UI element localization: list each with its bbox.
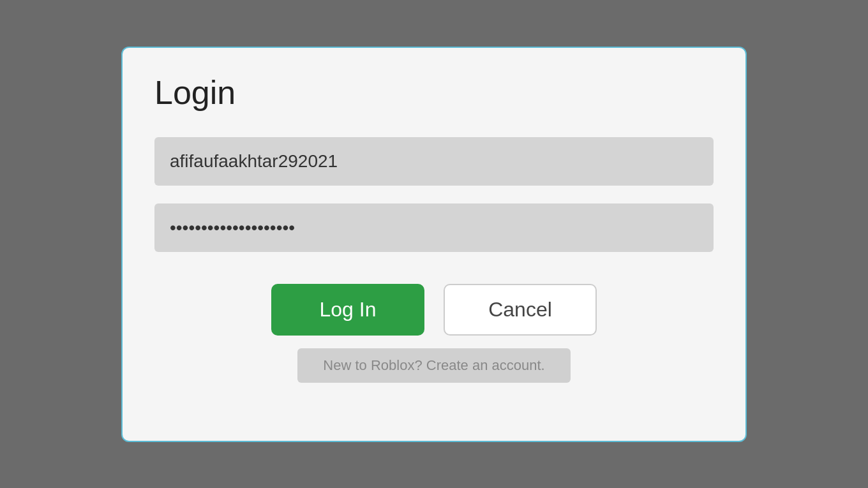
dialog-title: Login: [154, 73, 714, 112]
action-buttons: Log In Cancel: [271, 284, 597, 336]
create-account-button[interactable]: New to Roblox? Create an account.: [297, 348, 570, 383]
username-input[interactable]: [154, 137, 714, 186]
login-button[interactable]: Log In: [271, 284, 424, 336]
buttons-container: Log In Cancel New to Roblox? Create an a…: [154, 284, 714, 383]
login-dialog: Login Log In Cancel New to Roblox? Creat…: [121, 47, 747, 442]
cancel-button[interactable]: Cancel: [444, 284, 597, 336]
password-input[interactable]: [154, 203, 714, 252]
